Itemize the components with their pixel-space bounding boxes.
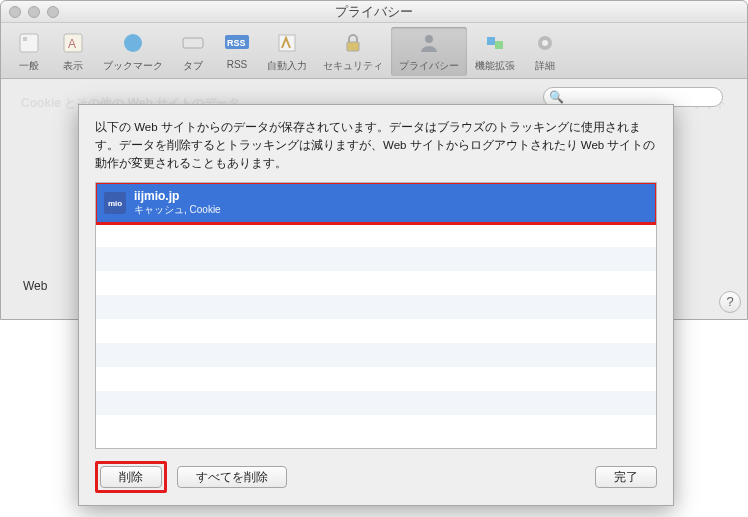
- tabs-icon: [179, 29, 207, 57]
- list-empty-row: [96, 367, 656, 391]
- svg-rect-11: [487, 37, 495, 45]
- tab-label: タブ: [183, 59, 203, 73]
- list-empty-row: [96, 295, 656, 319]
- preferences-toolbar: 一般 A 表示 ブックマーク タブ RSS RSS 自動入力 セキュリティ プラ…: [1, 23, 747, 79]
- lock-icon: [339, 29, 367, 57]
- list-empty-row: [96, 391, 656, 415]
- site-favicon: mio: [104, 192, 126, 214]
- svg-point-10: [425, 35, 433, 43]
- highlight-remove: 削除: [95, 461, 167, 493]
- extensions-icon: [481, 29, 509, 57]
- autofill-icon: [273, 29, 301, 57]
- done-button[interactable]: 完了: [595, 466, 657, 488]
- svg-rect-5: [183, 38, 203, 48]
- website-data-list[interactable]: mio iijmio.jp キャッシュ, Cookie: [95, 182, 657, 449]
- svg-rect-12: [495, 41, 503, 49]
- tab-tabs[interactable]: タブ: [171, 27, 215, 76]
- remove-button[interactable]: 削除: [100, 466, 162, 488]
- list-empty-row: [96, 343, 656, 367]
- svg-rect-1: [23, 37, 27, 41]
- site-domain: iijmio.jp: [134, 189, 221, 203]
- tab-rss[interactable]: RSS RSS: [215, 27, 259, 76]
- side-web-label: Web: [23, 279, 47, 293]
- tab-label: 表示: [63, 59, 83, 73]
- gear-icon: [531, 29, 559, 57]
- window-title: プライバシー: [1, 3, 747, 21]
- svg-text:A: A: [68, 37, 76, 51]
- svg-point-14: [542, 40, 548, 46]
- svg-point-4: [124, 34, 142, 52]
- privacy-icon: [415, 29, 443, 57]
- list-item[interactable]: mio iijmio.jp キャッシュ, Cookie: [96, 183, 656, 223]
- tab-privacy[interactable]: プライバシー: [391, 27, 467, 76]
- tab-label: RSS: [227, 59, 248, 70]
- search-icon: 🔍: [549, 90, 564, 104]
- bookmarks-icon: [119, 29, 147, 57]
- sheet-button-row: 削除 すべてを削除 完了: [95, 449, 657, 493]
- tab-autofill[interactable]: 自動入力: [259, 27, 315, 76]
- tab-extensions[interactable]: 機能拡張: [467, 27, 523, 76]
- rss-icon: RSS: [223, 29, 251, 57]
- tab-label: 詳細: [535, 59, 555, 73]
- tab-label: 機能拡張: [475, 59, 515, 73]
- titlebar: プライバシー: [1, 1, 747, 23]
- list-item-text: iijmio.jp キャッシュ, Cookie: [134, 189, 221, 217]
- list-empty-row: [96, 223, 656, 247]
- tab-bookmarks[interactable]: ブックマーク: [95, 27, 171, 76]
- svg-text:RSS: RSS: [227, 38, 246, 48]
- list-empty-row: [96, 247, 656, 271]
- tab-advanced[interactable]: 詳細: [523, 27, 567, 76]
- sheet-description: 以下の Web サイトからのデータが保存されています。データはブラウズのトラッキ…: [95, 119, 657, 172]
- tab-label: セキュリティ: [323, 59, 383, 73]
- site-detail: キャッシュ, Cookie: [134, 203, 221, 217]
- website-data-sheet: 以下の Web サイトからのデータが保存されています。データはブラウズのトラッキ…: [78, 104, 674, 506]
- tab-general[interactable]: 一般: [7, 27, 51, 76]
- tab-appearance[interactable]: A 表示: [51, 27, 95, 76]
- list-empty-row: [96, 319, 656, 343]
- svg-rect-0: [20, 34, 38, 52]
- tab-label: 自動入力: [267, 59, 307, 73]
- tab-label: ブックマーク: [103, 59, 163, 73]
- general-icon: [15, 29, 43, 57]
- appearance-icon: A: [59, 29, 87, 57]
- list-empty-row: [96, 415, 656, 439]
- tab-label: プライバシー: [399, 59, 459, 73]
- svg-rect-9: [347, 42, 359, 51]
- help-button[interactable]: ?: [719, 291, 741, 313]
- tab-label: 一般: [19, 59, 39, 73]
- remove-all-button[interactable]: すべてを削除: [177, 466, 287, 488]
- tab-security[interactable]: セキュリティ: [315, 27, 391, 76]
- list-empty-row: [96, 271, 656, 295]
